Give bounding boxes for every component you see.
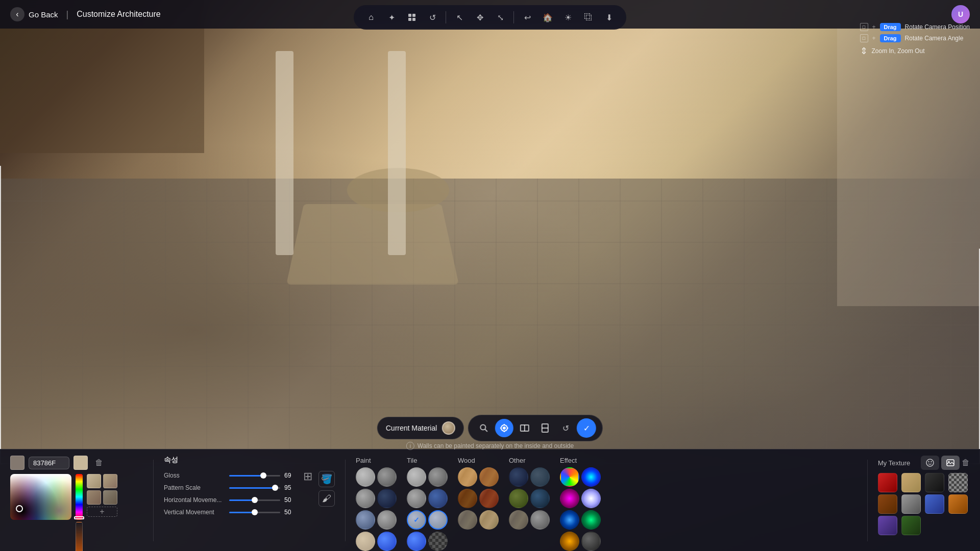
- toolbar-btn-house[interactable]: 🏠: [538, 8, 557, 27]
- mat-tile-2[interactable]: [428, 467, 448, 487]
- color-picker-section: 🗑: [10, 456, 143, 551]
- other-grid: [509, 467, 550, 530]
- prop-horiz-slider[interactable]: [229, 499, 280, 501]
- mat-effect-3[interactable]: [560, 489, 579, 508]
- hue-slider[interactable]: [76, 474, 83, 520]
- mat-paint-8[interactable]: [377, 532, 397, 551]
- scale-ratio-icon[interactable]: ⊞: [303, 470, 312, 483]
- mat-paint-7[interactable]: [356, 532, 375, 551]
- my-tex-2[interactable]: [901, 473, 921, 492]
- mat-effect-7[interactable]: [560, 532, 579, 551]
- toolbar-btn-grid[interactable]: [403, 8, 421, 27]
- tex-swatch-1[interactable]: [87, 474, 101, 488]
- my-tex-8[interactable]: [948, 494, 968, 514]
- mat-paint-5[interactable]: [356, 510, 375, 530]
- my-tex-6[interactable]: [901, 494, 921, 514]
- mat-tile-3[interactable]: [407, 489, 426, 508]
- my-tex-5[interactable]: [878, 494, 897, 514]
- mat-wood-3[interactable]: [458, 489, 477, 508]
- scene-btn-target[interactable]: [495, 419, 513, 437]
- color-swatch-secondary[interactable]: [74, 456, 88, 470]
- toolbar-btn-layers[interactable]: ⿻: [579, 8, 598, 27]
- my-tex-9[interactable]: [878, 516, 897, 535]
- current-material-button[interactable]: Current Material: [377, 417, 464, 439]
- mat-tile-7[interactable]: [407, 532, 426, 551]
- paint-bucket-button[interactable]: 🪣: [318, 471, 335, 487]
- tex-swatch-4[interactable]: [103, 490, 117, 505]
- page-title: Customize Architecture: [77, 10, 161, 19]
- toolbar-btn-home[interactable]: ⌂: [362, 8, 380, 27]
- texture-tab-face[interactable]: [921, 456, 939, 470]
- mat-effect-5[interactable]: [560, 510, 579, 530]
- prop-vert-value: 50: [284, 509, 297, 516]
- scene-btn-expand-v[interactable]: [536, 419, 554, 437]
- mat-tile-4[interactable]: [428, 489, 448, 508]
- toolbar-btn-sun[interactable]: ☀: [559, 8, 577, 27]
- color-delete-button[interactable]: 🗑: [92, 456, 106, 470]
- mat-effect-1[interactable]: [560, 467, 579, 487]
- prop-vert-slider[interactable]: [229, 512, 280, 513]
- mat-effect-2[interactable]: [581, 467, 601, 487]
- mat-paint-2[interactable]: [377, 467, 397, 487]
- back-button[interactable]: ‹ Go Back: [10, 7, 58, 21]
- mat-wood-4[interactable]: [479, 489, 499, 508]
- prop-scale-slider[interactable]: [229, 487, 280, 489]
- mat-tile-6[interactable]: [428, 510, 448, 530]
- add-swatch-button[interactable]: +: [87, 507, 117, 517]
- texture-delete-button[interactable]: 🗑: [962, 458, 970, 467]
- mat-other-2[interactable]: [530, 467, 550, 487]
- scene-btn-confirm[interactable]: ✓: [577, 418, 596, 438]
- prop-horiz-value: 50: [284, 496, 297, 504]
- toolbar-btn-move[interactable]: ✥: [471, 8, 489, 27]
- toolbar-btn-scale[interactable]: ⤡: [491, 8, 509, 27]
- paint-brush-button[interactable]: 🖌: [318, 490, 335, 507]
- mat-other-6[interactable]: [530, 510, 550, 530]
- mat-wood-1[interactable]: [458, 467, 477, 487]
- mat-wood-5[interactable]: [458, 510, 477, 530]
- mat-paint-6[interactable]: [377, 510, 397, 530]
- scene-btn-search[interactable]: [475, 419, 493, 437]
- mat-tile-1[interactable]: [407, 467, 426, 487]
- paint-label: Paint: [356, 457, 397, 464]
- mat-effect-8[interactable]: [581, 532, 601, 551]
- mat-effect-6[interactable]: [581, 510, 601, 530]
- scene-btn-expand-h[interactable]: [516, 419, 534, 437]
- mat-paint-4[interactable]: [377, 489, 397, 508]
- toolbar-btn-download[interactable]: ⬇: [600, 8, 618, 27]
- back-arrow-icon[interactable]: ‹: [10, 7, 24, 21]
- mat-other-3[interactable]: [509, 489, 528, 508]
- my-tex-7[interactable]: [925, 494, 944, 514]
- scene-controls-bar: Current Material: [377, 415, 603, 441]
- my-tex-4[interactable]: [948, 473, 968, 492]
- user-avatar[interactable]: U: [951, 5, 970, 23]
- mat-other-5[interactable]: [509, 510, 528, 530]
- toolbar-btn-undo[interactable]: ↩: [518, 8, 536, 27]
- mat-paint-3[interactable]: [356, 489, 375, 508]
- mat-paint-1[interactable]: [356, 467, 375, 487]
- mat-wood-6[interactable]: [479, 510, 499, 530]
- texture-tab-image[interactable]: [941, 456, 960, 470]
- mat-tile-5[interactable]: ✓: [407, 510, 426, 530]
- my-tex-1[interactable]: [878, 473, 897, 492]
- color-gradient-picker[interactable]: [10, 474, 71, 520]
- prop-gloss-slider[interactable]: [229, 475, 280, 477]
- mat-effect-4[interactable]: [581, 489, 601, 508]
- color-swatch-primary[interactable]: [10, 456, 24, 470]
- toolbar-btn-rotate-left[interactable]: ↺: [423, 8, 442, 27]
- opacity-slider[interactable]: [76, 522, 83, 551]
- texture-swatches-panel: +: [87, 474, 117, 551]
- mat-tile-8[interactable]: [428, 532, 448, 551]
- mat-other-1[interactable]: [509, 467, 528, 487]
- toolbar-btn-magic[interactable]: ✦: [382, 8, 401, 27]
- color-hex-input[interactable]: [29, 457, 69, 469]
- tex-swatch-2[interactable]: [103, 474, 117, 488]
- mat-wood-2[interactable]: [479, 467, 499, 487]
- scene-btn-reset[interactable]: ↺: [556, 419, 575, 437]
- tex-swatch-3[interactable]: [87, 490, 101, 505]
- bottom-panel: 🗑: [0, 449, 980, 551]
- prop-scale-value: 95: [284, 484, 297, 491]
- toolbar-btn-cursor[interactable]: ↖: [450, 8, 469, 27]
- my-tex-3[interactable]: [925, 473, 944, 492]
- my-tex-10[interactable]: [901, 516, 921, 535]
- mat-other-4[interactable]: [530, 489, 550, 508]
